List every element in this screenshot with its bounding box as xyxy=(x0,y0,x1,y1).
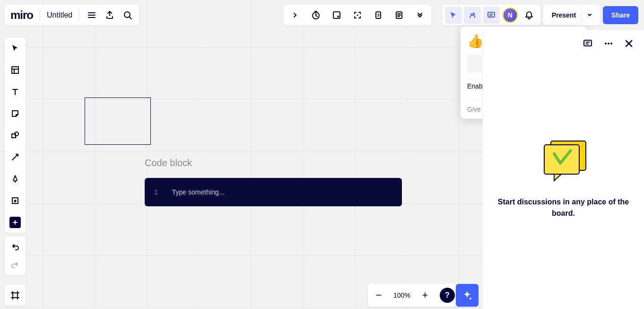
help-button[interactable]: ? xyxy=(440,288,455,303)
left-toolbar xyxy=(5,38,26,233)
pen-tool[interactable] xyxy=(9,172,22,185)
comment-mode-icon[interactable] xyxy=(483,7,500,24)
zoom-controls: − 100% + ? xyxy=(368,284,461,307)
logo[interactable]: miro xyxy=(10,9,33,22)
frame-tool[interactable] xyxy=(9,194,22,207)
panel-body: Start discussions in any place of the bo… xyxy=(483,57,644,219)
avatar-initial: N xyxy=(503,8,518,23)
ai-button[interactable] xyxy=(456,284,479,307)
svg-point-0 xyxy=(124,12,130,18)
center-toolbar: 3 xyxy=(284,5,431,26)
shape-tool[interactable] xyxy=(9,129,22,142)
comments-panel: Start discussions in any place of the bo… xyxy=(482,30,644,309)
collab-tools: N xyxy=(442,5,540,26)
code-block[interactable]: 1 Type something... xyxy=(145,178,402,206)
cursor-tracking-icon[interactable] xyxy=(445,7,462,24)
sticky-tool[interactable] xyxy=(9,107,22,120)
present-button[interactable]: Present xyxy=(543,5,600,26)
estimate-icon[interactable]: 3 xyxy=(371,8,386,23)
panel-filter-icon[interactable] xyxy=(583,38,593,49)
zoom-out-button[interactable]: − xyxy=(374,289,384,301)
svg-point-19 xyxy=(610,43,612,44)
zoom-value[interactable]: 100% xyxy=(393,291,410,299)
share-label: Share xyxy=(611,11,630,19)
line-number: 1 xyxy=(154,188,158,196)
svg-rect-2 xyxy=(333,12,340,18)
notifications-icon[interactable] xyxy=(521,7,538,24)
more-icon[interactable] xyxy=(412,8,427,23)
top-right-bar: N Present Share xyxy=(442,5,638,26)
top-left-toolbar: miro Untitled xyxy=(5,5,139,26)
reaction-thumbs-up[interactable]: 👍 xyxy=(467,33,484,49)
svg-point-4 xyxy=(357,15,358,16)
undo-button[interactable] xyxy=(9,241,21,253)
redo-button[interactable] xyxy=(9,259,21,271)
text-tool[interactable] xyxy=(9,85,22,98)
zoom-in-button[interactable]: + xyxy=(420,289,430,301)
close-icon[interactable] xyxy=(624,39,634,48)
svg-rect-16 xyxy=(584,40,592,46)
undo-redo-box xyxy=(5,237,26,275)
code-placeholder: Type something... xyxy=(172,188,225,196)
frames-panel-button[interactable] xyxy=(5,285,26,306)
search-icon[interactable] xyxy=(122,9,133,21)
chevron-down-icon[interactable] xyxy=(582,5,597,26)
line-tool[interactable] xyxy=(9,150,22,164)
svg-rect-9 xyxy=(12,67,18,73)
svg-point-17 xyxy=(605,43,607,44)
board-title[interactable]: Untitled xyxy=(47,11,72,19)
template-tool[interactable] xyxy=(9,63,22,77)
menu-icon[interactable] xyxy=(86,9,97,21)
collapse-icon[interactable] xyxy=(287,8,303,23)
voting-icon[interactable] xyxy=(329,8,344,23)
divider xyxy=(79,9,79,21)
reactions-icon[interactable] xyxy=(464,7,481,24)
svg-point-18 xyxy=(608,43,609,44)
user-avatar[interactable]: N xyxy=(502,7,519,24)
export-icon[interactable] xyxy=(104,9,115,21)
more-tools[interactable] xyxy=(9,216,22,229)
divider xyxy=(40,9,40,21)
panel-more-icon[interactable] xyxy=(603,38,614,49)
svg-point-3 xyxy=(337,16,339,18)
svg-text:3: 3 xyxy=(377,13,379,18)
panel-header xyxy=(483,30,644,57)
code-block-label: Code block xyxy=(145,158,192,168)
rectangle-shape[interactable] xyxy=(85,97,151,145)
timer-icon[interactable] xyxy=(308,8,323,23)
select-tool[interactable] xyxy=(9,42,22,55)
share-button[interactable]: Share xyxy=(603,6,638,24)
focus-icon[interactable] xyxy=(350,8,365,23)
empty-state-text: Start discussions in any place of the bo… xyxy=(494,196,633,219)
empty-state-illustration xyxy=(538,137,590,182)
present-label: Present xyxy=(552,11,576,19)
note-icon[interactable] xyxy=(392,8,407,23)
